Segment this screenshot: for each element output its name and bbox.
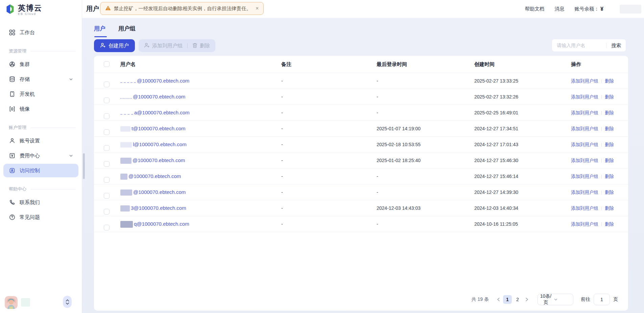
row-checkbox[interactable] [104, 161, 110, 167]
row-add-to-group-link[interactable]: 添加到用户组 [571, 110, 598, 115]
row-delete-link[interactable]: 删除 [605, 94, 614, 99]
row-delete-link[interactable]: 删除 [605, 206, 614, 211]
sidebar-item-billing[interactable]: 费用中心 [3, 149, 78, 162]
warning-icon [105, 5, 111, 12]
row-delete-link[interactable]: 删除 [605, 190, 614, 195]
user-avatar[interactable] [5, 296, 18, 309]
phone-icon [9, 199, 15, 206]
sidebar-nav: 工作台 资源管理 集群 存储 [0, 26, 82, 224]
goto-page-input[interactable] [594, 294, 610, 305]
row-add-to-group-link[interactable]: 添加到用户组 [571, 158, 598, 163]
username-link[interactable]: l@1000070.ebtech.com [120, 137, 187, 152]
user-settings-icon [9, 138, 15, 144]
row-add-to-group-link[interactable]: 添加到用户组 [571, 190, 598, 195]
help-docs-link[interactable]: 帮助文档 [525, 6, 545, 12]
row-delete-link[interactable]: 删除 [605, 222, 614, 227]
sidebar-item-cluster[interactable]: 集群 [3, 58, 78, 71]
username-link[interactable]: @1000070.ebtech.com [120, 89, 185, 105]
username-link[interactable]: 3@1000070.ebtech.com [120, 200, 186, 216]
sidebar-item-workbench[interactable]: 工作台 [3, 26, 78, 39]
sidebar: 英博云 EB Cloud 工作台 资源管理 集群 [0, 0, 82, 313]
search-input[interactable] [552, 43, 606, 48]
username-link[interactable]: @1000070.ebtech.com [120, 184, 186, 200]
action-divider [601, 206, 602, 210]
created-cell: 2024-12-27 14:39:30 [474, 184, 518, 200]
username-link[interactable]: @1000070.ebtech.com [120, 73, 189, 89]
next-page-icon[interactable] [523, 295, 531, 304]
redacted-text [120, 189, 132, 196]
row-checkbox[interactable] [104, 97, 110, 103]
created-cell: 2024-12-27 17:01:43 [474, 137, 518, 152]
row-delete-link[interactable]: 删除 [605, 158, 614, 163]
sidebar-item-access-control[interactable]: 访问控制 [3, 164, 78, 177]
table-header-row: 用户名 备注 最后登录时间 创建时间 操作 [94, 56, 628, 73]
chevron-down-icon[interactable] [69, 154, 73, 158]
sidebar-item-image[interactable]: 镜像 [3, 102, 78, 116]
row-add-to-group-link[interactable]: 添加到用户组 [571, 79, 598, 84]
image-mirror-icon [9, 106, 15, 112]
scrollbar-thumb[interactable] [83, 153, 85, 179]
redacted-text [120, 110, 133, 115]
page-button-1[interactable]: 1 [503, 295, 512, 304]
row-add-to-group-link[interactable]: 添加到用户组 [571, 94, 598, 99]
redacted-text [120, 221, 133, 228]
search-button[interactable]: 搜索 [606, 42, 626, 49]
row-add-to-group-link[interactable]: 添加到用户组 [571, 174, 598, 179]
action-divider [601, 95, 602, 99]
row-checkbox[interactable] [104, 145, 110, 151]
prev-page-icon[interactable] [494, 295, 502, 304]
tab-users[interactable]: 用户 [94, 25, 105, 37]
sidebar-item-label: 集群 [20, 61, 30, 68]
row-add-to-group-link[interactable]: 添加到用户组 [571, 206, 598, 211]
column-header-actions: 操作 [571, 56, 581, 73]
redacted-text [120, 79, 136, 83]
redacted-text [120, 158, 132, 164]
sidebar-collapse-button[interactable] [63, 296, 72, 308]
sidebar-item-storage[interactable]: 存储 [3, 72, 78, 86]
row-checkbox[interactable] [104, 113, 110, 119]
page-size-select[interactable]: 10条/页 [538, 294, 573, 305]
sidebar-item-account-settings[interactable]: 账号设置 [3, 134, 78, 148]
topbar-right: 帮助文档 消息 账号余额：¥ [525, 0, 641, 18]
add-to-group-button[interactable]: 添加到用户组 [144, 43, 183, 49]
chevron-down-icon[interactable] [69, 77, 73, 81]
row-add-to-group-link[interactable]: 添加到用户组 [571, 222, 598, 227]
action-divider [601, 143, 602, 147]
row-checkbox[interactable] [104, 82, 110, 87]
row-delete-link[interactable]: 删除 [605, 110, 614, 115]
row-checkbox[interactable] [104, 129, 110, 135]
column-header-remark: 备注 [281, 56, 291, 73]
username-link[interactable]: @1000070.ebtech.com [120, 153, 185, 168]
row-add-to-group-link[interactable]: 添加到用户组 [571, 126, 598, 131]
sidebar-item-contact-us[interactable]: 联系我们 [3, 196, 78, 209]
row-checkbox[interactable] [104, 177, 110, 183]
row-delete-link[interactable]: 删除 [605, 142, 614, 147]
section-divider [30, 128, 76, 128]
username-link[interactable]: t@1000070.ebtech.com [120, 121, 186, 136]
sidebar-footer [0, 294, 82, 309]
row-checkbox[interactable] [104, 225, 110, 230]
messages-link[interactable]: 消息 [555, 6, 565, 12]
redacted-text [120, 174, 127, 180]
page-button-2[interactable]: 2 [513, 295, 522, 304]
action-divider [601, 222, 602, 226]
tab-user-groups[interactable]: 用户组 [118, 25, 136, 37]
row-delete-link[interactable]: 删除 [605, 79, 614, 84]
row-add-to-group-link[interactable]: 添加到用户组 [571, 142, 598, 147]
question-icon [9, 214, 15, 221]
select-all-checkbox[interactable] [104, 61, 110, 67]
remark-cell: - [281, 121, 283, 136]
sidebar-item-faq[interactable]: 常见问题 [3, 210, 78, 224]
last-login-cell: - [377, 216, 378, 232]
username-link[interactable]: q@1000070.ebtech.com [120, 216, 189, 232]
username-link[interactable]: @1000070.ebtech.com [120, 169, 181, 184]
username-link[interactable]: a@1000070.ebtech.com [120, 105, 190, 120]
delete-button[interactable]: 删除 [192, 43, 210, 49]
row-checkbox[interactable] [104, 209, 110, 215]
banner-close-icon[interactable]: × [256, 6, 259, 11]
row-delete-link[interactable]: 删除 [605, 126, 614, 131]
create-user-button[interactable]: 创建用户 [94, 39, 135, 52]
sidebar-item-devmachine[interactable]: 开发机 [3, 87, 78, 101]
row-checkbox[interactable] [104, 193, 110, 199]
row-delete-link[interactable]: 删除 [605, 174, 614, 179]
